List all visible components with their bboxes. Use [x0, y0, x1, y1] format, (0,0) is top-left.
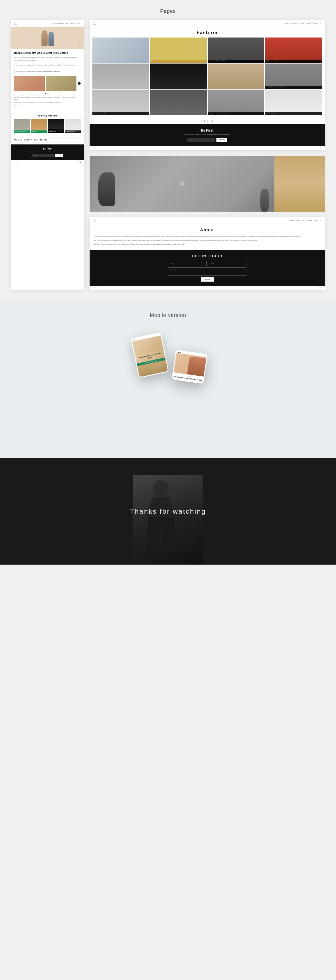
also-item-3[interactable]: The Agony and The Ecstasy of Getting Dre…: [48, 119, 64, 133]
be-first-title: Be First: [14, 147, 81, 150]
fashion-grid-item-10[interactable]: Best Looks: [150, 89, 207, 115]
fg-img-12: [265, 89, 322, 115]
phone-menu-icon-front[interactable]: ≡: [204, 355, 205, 356]
fashion-subscribe-btn[interactable]: Subscribe: [217, 138, 227, 142]
fashion-grid-item-7[interactable]: [208, 64, 264, 89]
fn-fashion[interactable]: FASHION: [285, 23, 292, 24]
fn-about[interactable]: ABOUT: [313, 23, 318, 24]
thanks-text: Thanks for watching: [130, 508, 206, 515]
an-travel[interactable]: TRAVEL: [307, 220, 312, 221]
fg-label-11: The Agony And The Ecstasy of Getting Dre…: [208, 112, 264, 115]
mobile-section: Mobile version Monc ≡ 5 Fashion Tips for…: [0, 301, 336, 458]
fashion-email-input[interactable]: [187, 138, 215, 142]
contact-submit-btn[interactable]: Subscribe: [201, 277, 213, 282]
facebook-icon[interactable]: f: [78, 161, 79, 163]
also-item-1[interactable]: The Best Felt of Spring 2017: [14, 119, 30, 133]
page-2[interactable]: 2: [204, 120, 205, 122]
phone-menu-icon-back[interactable]: ≡: [158, 334, 159, 335]
dot-3[interactable]: [49, 93, 50, 94]
about-para-2: Neque porro quisquam est, qui dolorem ip…: [94, 240, 321, 242]
thanks-silhouette-svg: [133, 475, 189, 565]
about-instagram-icon[interactable]: ▣: [320, 287, 322, 289]
contact-message-input[interactable]: [168, 267, 247, 276]
fashion-grid-item-5[interactable]: [92, 64, 149, 89]
fashion-grid-item-12[interactable]: Minimalist Handbags: [265, 89, 322, 115]
blog-logo: Monc Blog: [14, 22, 18, 25]
fn-art[interactable]: ART: [301, 23, 304, 24]
fashion-instagram-icon[interactable]: ▣: [320, 147, 322, 149]
fashion-be-first-title: Be First: [94, 129, 321, 132]
also-item-2[interactable]: Best Looks: [31, 119, 47, 133]
dot-2[interactable]: [47, 93, 48, 94]
an-art[interactable]: ART: [303, 220, 306, 221]
fashion-logo: Monc Blog: [93, 22, 96, 25]
page-4[interactable]: 4: [209, 120, 210, 122]
blog-social-icons: t f ▣: [77, 161, 81, 163]
page-5[interactable]: 5: [212, 120, 213, 122]
dot-1[interactable]: [45, 93, 46, 94]
banner-image-left: ✕: [89, 156, 274, 212]
an-about[interactable]: ABOUT: [314, 220, 318, 221]
fashion-grid-item-1[interactable]: [92, 38, 149, 63]
phone-device-front: Monc ≡ by marce H&M's New Denim Complete…: [172, 350, 208, 384]
get-in-touch-section: GET IN TOUCH Subscribe: [89, 250, 325, 286]
blog-quote-text: It's also more sustainable than most of …: [16, 70, 60, 72]
svg-point-0: [153, 480, 169, 498]
fashion-twitter-icon[interactable]: t: [316, 147, 317, 149]
contact-email-input[interactable]: [208, 261, 247, 266]
blog-body-1: Denim jeans: a new jean legend launched …: [14, 57, 81, 62]
fn-travel[interactable]: TRAVEL: [306, 23, 311, 24]
fashion-nav: Monc Blog FASHION BEAUTY ART TRAVEL ABOU…: [89, 20, 325, 27]
cat-travel[interactable]: TRAVEL: [40, 139, 47, 141]
cat-beauty[interactable]: BEAUTY: [24, 139, 32, 141]
about-twitter-icon[interactable]: t: [316, 287, 317, 289]
fashion-copyright: © 2017: [93, 147, 97, 149]
nav-fashion[interactable]: FASHION: [52, 23, 58, 24]
phone-logo-front: Monc: [178, 351, 181, 353]
fullwidth-banner: ✕: [89, 156, 325, 212]
contact-name-input[interactable]: [168, 261, 207, 266]
nav-travel[interactable]: TRAVEL: [70, 23, 75, 24]
nav-about[interactable]: ABOUT: [77, 23, 81, 24]
fn-search-icon[interactable]: 🔍: [320, 23, 322, 24]
an-fashion[interactable]: FASHION: [289, 220, 295, 221]
an-search-icon[interactable]: 🔍: [320, 220, 322, 221]
an-beauty[interactable]: BEAUTY: [296, 220, 301, 221]
prev-label[interactable]: PREV: [14, 105, 17, 107]
hero-credit: by marce: [77, 46, 82, 48]
page-3[interactable]: 3: [207, 120, 208, 122]
category-row: FASHION BEAUTY ART TRAVEL: [11, 137, 84, 143]
about-social-icons: t f ▣: [316, 287, 322, 289]
about-para-1: Sed ut perspiciatis unde omnis iste natu…: [94, 236, 321, 238]
blog-prev-next: PREV 1 / 2: [14, 105, 81, 107]
instagram-icon[interactable]: ▣: [80, 161, 81, 163]
phone-front: Monc ≡ by marce H&M's New Denim Complete…: [172, 350, 208, 384]
nav-art[interactable]: ART: [66, 23, 68, 24]
fashion-grid-item-6[interactable]: [150, 64, 207, 89]
carousel-arrow[interactable]: ›: [77, 76, 81, 91]
also-label-4: Minimalist Handbags: [65, 130, 81, 133]
arrow-circle[interactable]: ›: [78, 82, 81, 85]
you-may-also-title: You May Also Like: [14, 115, 81, 117]
blog-body-2: It's not practical for every/season is a…: [14, 63, 81, 67]
mobile-section-title: Mobile version: [11, 312, 325, 318]
fashion-grid-item-9[interactable]: The Best bits of Spring 2017: [92, 89, 149, 115]
nav-beauty[interactable]: BEAUTY: [59, 23, 65, 24]
cat-fashion[interactable]: FASHION: [14, 139, 22, 141]
fn-beauty[interactable]: BEAUTY: [293, 23, 299, 24]
phone-back: Monc ≡ 5 Fashion Tips for 2017 with Real…: [131, 332, 169, 378]
about-logo-sub: Blog: [93, 221, 96, 222]
fashion-grid-item-2[interactable]: Best Looks: [150, 38, 207, 63]
also-item-4[interactable]: Minimalist Handbags: [65, 119, 81, 133]
be-first-email-input[interactable]: [32, 154, 54, 158]
be-first-subscribe-btn[interactable]: Subscribe: [55, 154, 64, 158]
page-1[interactable]: 1: [201, 120, 202, 122]
cat-art[interactable]: ART: [34, 139, 38, 141]
fg-img-8: [265, 64, 322, 89]
fashion-grid-item-8[interactable]: The Agony And The Ecstasy of Getting Dre…: [265, 64, 322, 89]
fashion-grid-item-3[interactable]: The Best Street Photography of 2018: [208, 38, 264, 63]
fg-img-2: [150, 38, 207, 63]
fashion-grid-item-4[interactable]: 6 Style Solutions for Your Getaway: [265, 38, 322, 63]
also-label-2: Best Looks: [31, 130, 47, 133]
fashion-grid-item-11[interactable]: The Agony And The Ecstasy of Getting Dre…: [208, 89, 264, 115]
